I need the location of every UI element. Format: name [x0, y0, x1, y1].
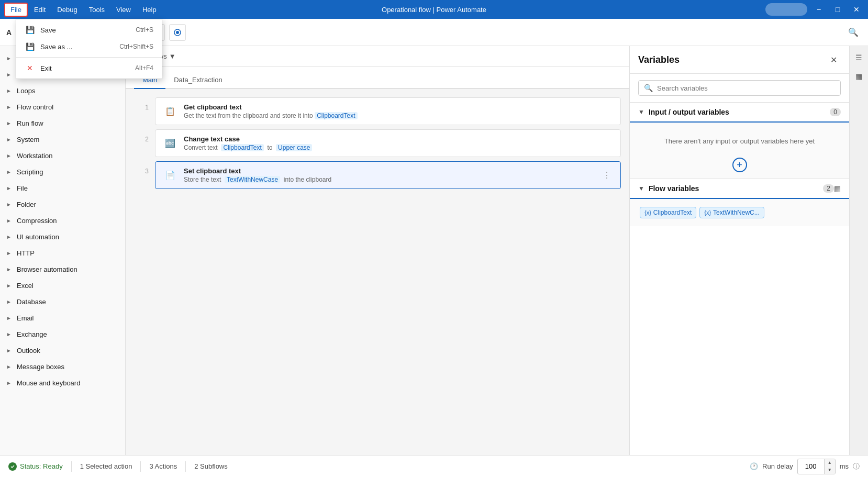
flow-var-item[interactable]: {x}ClipboardText [640, 207, 696, 218]
status-bar: Status: Ready 1 Selected action 3 Action… [0, 455, 868, 477]
menu-tools[interactable]: Tools [84, 4, 110, 16]
var-name: ClipboardText [653, 209, 692, 216]
step-icon-3: 📄 [163, 168, 177, 183]
step-card-3[interactable]: 📄 Set clipboard text Store the text Text… [155, 161, 621, 189]
file-save-item[interactable]: 💾 Save Ctrl+S [16, 21, 162, 38]
category-database[interactable]: ►Database [0, 294, 125, 310]
exit-icon: ✕ [25, 64, 35, 72]
menu-help[interactable]: Help [137, 4, 162, 16]
category-label: Exchange [17, 330, 47, 338]
app-label: A [6, 28, 12, 37]
save-as-icon: 💾 [25, 42, 35, 51]
step-card-1[interactable]: 📋 Get clipboard text Get the text from t… [155, 97, 621, 125]
var-brackets-icon: {x} [644, 209, 651, 216]
category-label: File [17, 184, 28, 192]
category-ui-automation[interactable]: ►UI automation [0, 229, 125, 245]
delay-value-input[interactable] [798, 461, 824, 472]
category-message-boxes[interactable]: ►Message boxes [0, 359, 125, 375]
flow-var-item[interactable]: {x}TextWithNewC... [699, 207, 764, 218]
step-desc-1: Get the text from the clipboard and stor… [184, 112, 613, 119]
category-browser-automation[interactable]: ►Browser automation [0, 261, 125, 278]
delay-up-button[interactable]: ▲ [825, 459, 835, 467]
flow-step-2: 2 🔤 Change text case Convert text Clipbo… [134, 129, 621, 157]
run-button[interactable] [169, 24, 186, 41]
category-outlook[interactable]: ►Outlook [0, 342, 125, 359]
input-output-chevron-icon: ▼ [638, 108, 644, 116]
image-icon[interactable]: ▦ [852, 69, 866, 84]
category-chevron-icon: ► [6, 153, 14, 159]
save-as-shortcut: Ctrl+Shift+S [119, 43, 153, 50]
flow-canvas[interactable]: 1 📋 Get clipboard text Get the text from… [126, 89, 629, 455]
delay-down-button[interactable]: ▼ [825, 467, 835, 474]
step-more-button-3[interactable]: ⋮ [600, 168, 613, 182]
category-chevron-icon: ► [6, 380, 14, 386]
minimize-button[interactable]: − [811, 2, 826, 17]
category-chevron-icon: ► [6, 185, 14, 191]
step-number-1: 1 [134, 97, 149, 111]
add-variable-button[interactable]: + [638, 158, 841, 172]
input-output-header[interactable]: ▼ Input / output variables 0 [630, 103, 849, 123]
flow-variables-header[interactable]: ▼ Flow variables 2 ▦ [630, 179, 849, 199]
menu-view[interactable]: View [111, 4, 136, 16]
flow-step-1: 1 📋 Get clipboard text Get the text from… [134, 97, 621, 125]
step-content-3: Set clipboard text Store the text TextWi… [184, 167, 594, 183]
subflows-chevron-icon: ▼ [169, 52, 176, 60]
selected-actions-text: 1 Selected action [80, 462, 132, 470]
step-card-2[interactable]: 🔤 Change text case Convert text Clipboar… [155, 129, 621, 157]
status-ready: Status: Ready [8, 462, 63, 471]
delay-spinners: ▲ ▼ [824, 459, 835, 474]
save-label: Save [40, 26, 125, 34]
close-button[interactable]: ✕ [849, 2, 864, 17]
category-file[interactable]: ►File [0, 180, 125, 196]
save-icon: 💾 [25, 26, 35, 34]
save-as-label: Save as ... [40, 43, 109, 51]
file-exit-item[interactable]: ✕ Exit Alt+F4 [16, 60, 162, 76]
category-http[interactable]: ►HTTP [0, 245, 125, 261]
category-label: Database [17, 298, 46, 306]
category-label: Outlook [17, 347, 40, 354]
add-variable-circle-icon: + [732, 158, 747, 172]
category-excel[interactable]: ►Excel [0, 278, 125, 294]
tab-data-extraction[interactable]: Data_Extraction [165, 72, 231, 89]
category-run-flow[interactable]: ►Run flow [0, 115, 125, 131]
menu-file[interactable]: File [4, 3, 28, 17]
category-mouse-and-keyboard[interactable]: ►Mouse and keyboard [0, 375, 125, 391]
delay-unit-label: ms [840, 462, 849, 470]
variables-close-button[interactable]: ✕ [826, 52, 841, 67]
search-variables-input[interactable] [657, 84, 835, 92]
step-content-1: Get clipboard text Get the text from the… [184, 103, 613, 119]
category-chevron-icon: ► [6, 267, 14, 272]
category-scripting[interactable]: ►Scripting [0, 164, 125, 180]
input-output-empty-text: There aren't any input or output variabl… [638, 129, 841, 153]
maximize-button[interactable]: □ [830, 2, 845, 17]
category-compression[interactable]: ►Compression [0, 213, 125, 229]
category-label: Flow control [17, 103, 53, 111]
category-chevron-icon: ► [6, 120, 14, 126]
category-system[interactable]: ►System [0, 131, 125, 148]
category-folder[interactable]: ►Folder [0, 196, 125, 213]
flow-variables-chevron-icon: ▼ [638, 185, 644, 192]
info-icon[interactable]: ⓘ [853, 462, 860, 471]
category-workstation[interactable]: ►Workstation [0, 148, 125, 164]
step-title-3: Set clipboard text [184, 167, 594, 175]
category-label: Loops [17, 87, 35, 95]
search-variables-icon: 🔍 [644, 84, 653, 92]
category-chevron-icon: ► [6, 364, 14, 370]
menu-debug[interactable]: Debug [52, 4, 82, 16]
category-label: Excel [17, 282, 34, 290]
category-exchange[interactable]: ►Exchange [0, 326, 125, 342]
center-right-area: Subflows ▼ Main Data_Extraction 1 📋 [126, 46, 868, 455]
menu-edit[interactable]: Edit [29, 4, 51, 16]
category-chevron-icon: ► [6, 169, 14, 175]
subflows-text: 2 Subflows [194, 462, 228, 470]
tabs-bar: Main Data_Extraction [126, 67, 629, 89]
file-save-as-item[interactable]: 💾 Save as ... Ctrl+Shift+S [16, 38, 162, 55]
category-label: Message boxes [17, 363, 64, 371]
category-flow-control[interactable]: ►Flow control [0, 99, 125, 115]
category-loops[interactable]: ►Loops [0, 83, 125, 99]
layers-icon[interactable]: ☰ [852, 50, 866, 65]
search-button[interactable]: 🔍 [845, 24, 862, 41]
search-variables-box[interactable]: 🔍 [638, 80, 841, 96]
category-email[interactable]: ►Email [0, 310, 125, 326]
flow-variables-filter-icon[interactable]: ▦ [834, 184, 841, 193]
